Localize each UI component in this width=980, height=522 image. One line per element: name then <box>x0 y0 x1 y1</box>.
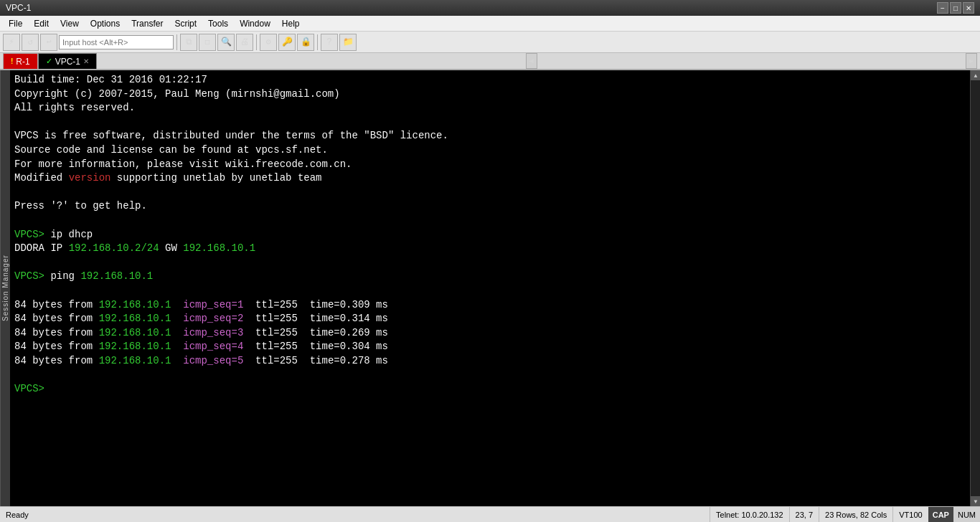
statusbar: Ready Telnet: 10.0.20.132 23, 7 23 Rows,… <box>0 506 980 522</box>
toolbar-find[interactable]: 🔍 <box>217 34 235 51</box>
toolbar: ⚡ ↺ ↩ ⧉ ◻ 🔍 🖨 ⚙ 🔑 🔒 ? 📁 <box>0 32 980 53</box>
menu-transfer[interactable]: Transfer <box>126 17 169 30</box>
menu-edit[interactable]: Edit <box>28 17 55 30</box>
toolbar-reconnect[interactable]: ↺ <box>22 34 39 51</box>
toolbar-lock[interactable]: 🔒 <box>297 34 314 51</box>
term-line-13: DDORA IP 192.168.10.2/24 GW 192.168.10.1 <box>14 242 966 256</box>
tab-nav-prev[interactable]: ◀ <box>526 53 537 69</box>
tab-r1-label: R-1 <box>16 57 29 67</box>
term-line-5: VPCS is free software, distributed under… <box>14 129 966 143</box>
status-rows-cols: 23 Rows, 82 Cols <box>819 507 892 522</box>
scroll-track[interactable] <box>971 80 980 496</box>
tab-vpc1-check: ✓ <box>46 57 52 66</box>
menu-help[interactable]: Help <box>276 17 306 30</box>
tab-vpc1-close[interactable]: ✕ <box>83 57 89 65</box>
term-line-21: 84 bytes from 192.168.10.1 icmp_seq=5 tt… <box>14 354 966 369</box>
menu-view[interactable]: View <box>55 17 85 30</box>
term-prompt: VPCS> <box>14 382 966 397</box>
term-line-14 <box>14 256 966 270</box>
host-input[interactable] <box>59 35 174 49</box>
toolbar-settings[interactable]: ⚙ <box>260 34 277 51</box>
status-cap: CAP <box>928 507 953 522</box>
tab-vpc1-label: VPC-1 <box>55 57 80 67</box>
toolbar-separator-1 <box>176 34 177 50</box>
menu-tools[interactable]: Tools <box>202 17 234 30</box>
scrollbar: ▲ ▼ <box>970 70 980 506</box>
tab-nav-next[interactable]: ▶ <box>966 53 977 69</box>
term-line-6: Source code and license can be found at … <box>14 143 966 158</box>
toolbar-separator-2 <box>256 34 257 50</box>
menu-options[interactable]: Options <box>85 17 126 30</box>
tab-vpc1[interactable]: ✓ VPC-1 ✕ <box>38 53 97 69</box>
term-line-20: 84 bytes from 192.168.10.1 icmp_seq=4 tt… <box>14 340 966 354</box>
term-line-7: For more information, please visit wiki.… <box>14 158 966 172</box>
session-manager-label: Session Manager <box>1 255 9 322</box>
tabs-bar: ! R-1 ✓ VPC-1 ✕ ◀ ▶ <box>0 53 980 70</box>
maximize-button[interactable]: □ <box>950 2 961 14</box>
menu-window[interactable]: Window <box>234 17 276 30</box>
term-line-4 <box>14 115 966 130</box>
term-line-15: VPCS> ping 192.168.10.1 <box>14 270 966 284</box>
main-area: Session Manager Build time: Dec 31 2016 … <box>0 70 980 506</box>
tab-r1[interactable]: ! R-1 <box>3 53 38 69</box>
session-manager[interactable]: Session Manager <box>0 70 10 506</box>
term-line-1: Build time: Dec 31 2016 01:22:17 <box>14 73 966 87</box>
term-line-17: 84 bytes from 192.168.10.1 icmp_seq=1 tt… <box>14 298 966 313</box>
toolbar-print[interactable]: 🖨 <box>236 34 253 51</box>
minimize-button[interactable]: − <box>937 2 948 14</box>
toolbar-duplicate[interactable]: ⧉ <box>180 34 197 51</box>
title-text: VPC-1 <box>6 3 31 13</box>
term-line-8: Modified version supporting unetlab by u… <box>14 171 966 186</box>
status-ready: Ready <box>0 511 710 519</box>
toolbar-help[interactable]: ? <box>321 34 338 51</box>
term-line-10: Press '?' to get help. <box>14 199 966 214</box>
term-line-22 <box>14 368 966 382</box>
terminal[interactable]: Build time: Dec 31 2016 01:22:17 Copyrig… <box>10 70 970 506</box>
status-num: NUM <box>953 507 980 522</box>
scroll-up-button[interactable]: ▲ <box>971 70 980 80</box>
term-line-12: VPCS> ip dhcp <box>14 228 966 242</box>
menu-file[interactable]: File <box>3 17 28 30</box>
tab-r1-alert: ! <box>11 57 13 65</box>
term-line-9 <box>14 186 966 200</box>
menubar: File Edit View Options Transfer Script T… <box>0 16 980 32</box>
term-line-2: Copyright (c) 2007-2015, Paul Meng (mirn… <box>14 87 966 102</box>
status-telnet: Telnet: 10.0.20.132 <box>710 507 789 522</box>
toolbar-disconnect[interactable]: ↩ <box>40 34 57 51</box>
toolbar-separator-3 <box>317 34 318 50</box>
toolbar-sftp[interactable]: 📁 <box>339 34 357 51</box>
close-button[interactable]: ✕ <box>963 2 974 14</box>
term-line-11 <box>14 214 966 228</box>
toolbar-new[interactable]: ◻ <box>199 34 216 51</box>
titlebar: VPC-1 − □ ✕ <box>0 0 980 16</box>
toolbar-connect[interactable]: ⚡ <box>3 34 20 51</box>
term-line-19: 84 bytes from 192.168.10.1 icmp_seq=3 tt… <box>14 326 966 341</box>
toolbar-key[interactable]: 🔑 <box>278 34 296 51</box>
scroll-down-button[interactable]: ▼ <box>971 496 980 506</box>
term-line-3: All rights reserved. <box>14 101 966 115</box>
status-cursor: 23, 7 <box>789 507 819 522</box>
menu-script[interactable]: Script <box>169 17 202 30</box>
term-line-16 <box>14 284 966 298</box>
term-line-18: 84 bytes from 192.168.10.1 icmp_seq=2 tt… <box>14 312 966 326</box>
status-encoding: VT100 <box>892 507 928 522</box>
